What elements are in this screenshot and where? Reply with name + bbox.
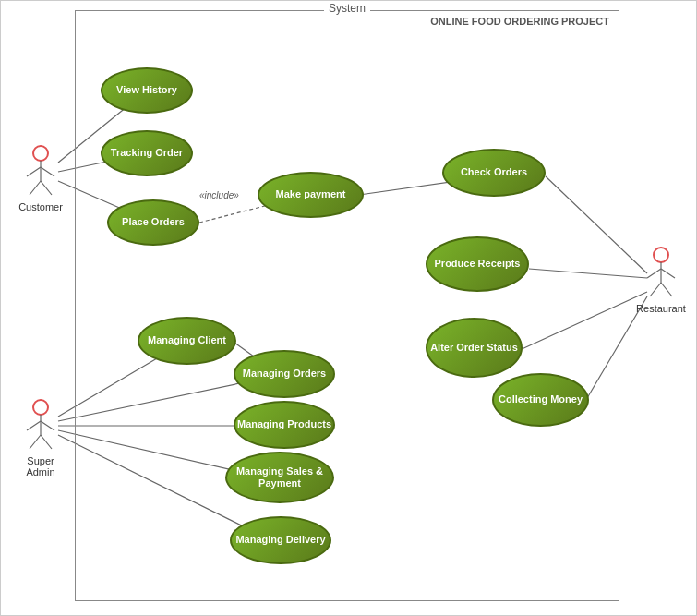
- svg-line-30: [41, 421, 54, 430]
- svg-line-31: [30, 435, 41, 449]
- svg-line-24: [661, 269, 675, 278]
- svg-point-21: [654, 248, 668, 262]
- superadmin-label: Super Admin: [18, 455, 64, 477]
- system-label: System: [324, 2, 370, 15]
- use-case-managing-products[interactable]: Managing Products: [234, 401, 335, 449]
- actor-superadmin: Super Admin: [18, 398, 64, 477]
- use-case-view-history[interactable]: View History: [101, 67, 193, 114]
- restaurant-label: Restaurant: [636, 303, 686, 314]
- svg-line-19: [30, 181, 41, 195]
- use-case-make-payment[interactable]: Make payment: [258, 172, 364, 218]
- svg-line-17: [27, 167, 41, 176]
- use-case-produce-receipts[interactable]: Produce Receipts: [426, 236, 529, 292]
- use-case-managing-client[interactable]: Managing Client: [138, 317, 236, 365]
- svg-line-32: [41, 435, 52, 449]
- use-case-place-orders[interactable]: Place Orders: [107, 199, 199, 246]
- use-case-managing-delivery[interactable]: Managing Delivery: [230, 516, 331, 564]
- use-case-managing-sales-payment[interactable]: Managing Sales & Payment: [225, 452, 334, 503]
- actor-superadmin-figure: [22, 398, 59, 453]
- include-label: «include»: [199, 190, 239, 200]
- actor-customer: Customer: [18, 144, 64, 212]
- svg-line-23: [647, 269, 661, 278]
- actor-customer-figure: [22, 144, 59, 199]
- svg-point-27: [33, 400, 48, 415]
- actor-restaurant: Restaurant: [638, 246, 684, 314]
- use-case-check-orders[interactable]: Check Orders: [442, 149, 546, 197]
- use-case-alter-order-status[interactable]: Alter Order Status: [426, 318, 523, 378]
- project-label: ONLINE FOOD ORDERING PROJECT: [430, 16, 609, 27]
- use-case-collecting-money[interactable]: Collecting Money: [492, 373, 589, 427]
- diagram-container: System ONLINE FOOD ORDERING PROJECT Cust…: [0, 0, 697, 616]
- use-case-tracking-order[interactable]: Tracking Order: [101, 130, 193, 176]
- customer-label: Customer: [18, 201, 63, 212]
- svg-line-20: [41, 181, 52, 195]
- svg-line-29: [27, 421, 41, 430]
- svg-line-26: [661, 283, 672, 296]
- actor-restaurant-figure: [643, 246, 679, 301]
- use-case-managing-orders[interactable]: Managing Orders: [234, 350, 335, 398]
- svg-line-18: [41, 167, 54, 176]
- svg-point-15: [33, 146, 48, 161]
- svg-line-25: [650, 283, 661, 296]
